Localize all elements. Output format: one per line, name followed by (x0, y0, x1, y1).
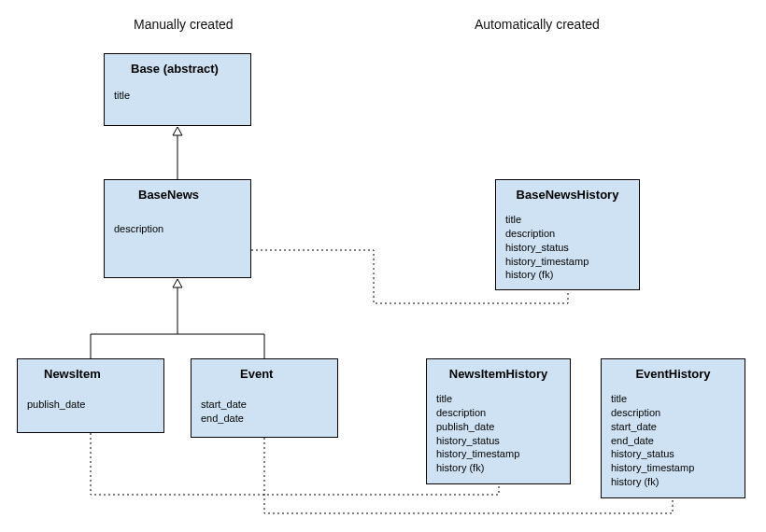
field: description (114, 222, 241, 236)
field: end_date (611, 434, 735, 448)
field: description (611, 406, 735, 420)
class-newsitemhistory-fields: title description publish_date history_s… (427, 385, 570, 484)
field: history (fk) (611, 475, 735, 489)
class-newsitem: NewsItem publish_date (17, 358, 164, 433)
label-automatically-created: Automatically created (475, 17, 600, 32)
svg-marker-1 (173, 127, 182, 135)
class-newsitemhistory: NewsItemHistory title description publis… (426, 358, 571, 484)
field: history_status (611, 447, 735, 461)
class-event-fields: start_date end_date (192, 385, 337, 435)
field: title (611, 392, 735, 406)
field: description (505, 227, 630, 241)
class-basenewshistory-fields: title description history_status history… (496, 205, 639, 291)
class-newsitem-title: NewsItem (18, 359, 163, 385)
field: start_date (201, 398, 328, 412)
class-basenews-fields: description (105, 205, 250, 245)
class-newsitem-fields: publish_date (18, 385, 163, 421)
field: history_timestamp (436, 447, 560, 461)
class-event: Event start_date end_date (191, 358, 338, 438)
class-basenews-title: BaseNews (105, 180, 250, 205)
field: history_timestamp (611, 461, 735, 475)
class-base-title: Base (abstract) (105, 54, 250, 79)
class-eventhistory: EventHistory title description start_dat… (601, 358, 745, 498)
arrow-event-to-basenews (177, 334, 264, 358)
class-eventhistory-title: EventHistory (602, 359, 745, 385)
field: end_date (201, 412, 328, 426)
class-basenewshistory: BaseNewsHistory title description histor… (495, 179, 640, 290)
arrowhead-basenews (173, 279, 182, 287)
field: publish_date (27, 398, 154, 412)
field: history_timestamp (505, 255, 630, 269)
field: title (505, 213, 630, 227)
arrow-basenews-to-base (173, 127, 182, 179)
field: description (436, 406, 560, 420)
field: publish_date (436, 420, 560, 434)
field: history_status (505, 241, 630, 255)
class-basenews: BaseNews description (104, 179, 251, 278)
class-newsitemhistory-title: NewsItemHistory (427, 359, 570, 385)
field: title (436, 392, 560, 406)
field: title (114, 89, 241, 103)
class-eventhistory-fields: title description start_date end_date hi… (602, 385, 745, 498)
arrow-newsitem-to-basenews (91, 286, 177, 358)
field: history_status (436, 434, 560, 448)
field: history (fk) (436, 461, 560, 475)
class-event-title: Event (192, 359, 337, 385)
class-basenewshistory-title: BaseNewsHistory (496, 180, 639, 205)
class-base: Base (abstract) title (104, 53, 251, 126)
field: start_date (611, 420, 735, 434)
label-manually-created: Manually created (134, 17, 234, 32)
field: history (fk) (505, 268, 630, 282)
class-base-fields: title (105, 79, 250, 112)
